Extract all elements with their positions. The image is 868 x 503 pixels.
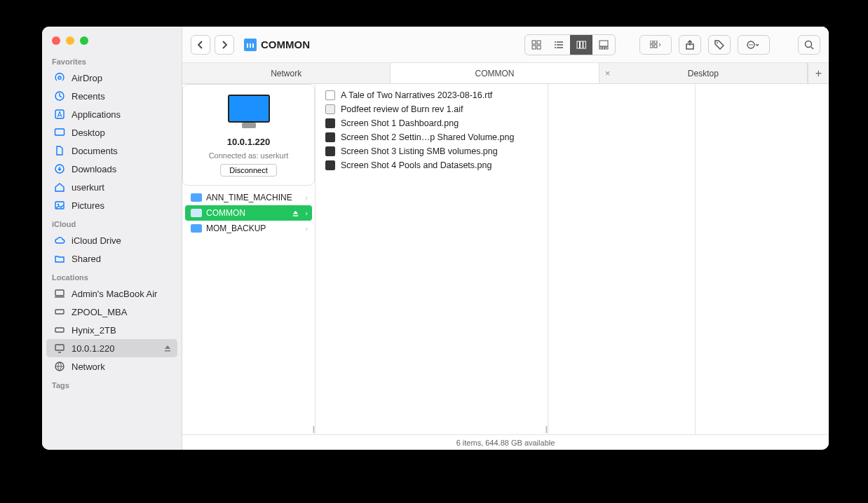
tab-desktop[interactable]: ×Desktop xyxy=(599,63,808,83)
minimize-window-button[interactable] xyxy=(66,36,74,45)
file-row[interactable]: A Tale of Two Narratives 2023-08-16.rtf xyxy=(316,88,548,102)
audio-file-icon xyxy=(325,104,335,114)
svg-rect-17 xyxy=(532,41,536,44)
tags-button[interactable] xyxy=(708,35,731,55)
file-row[interactable]: Screen Shot 2 Settin…p Shared Volume.png xyxy=(316,130,548,144)
file-name: Screen Shot 4 Pools and Datasets.png xyxy=(341,160,491,170)
sidebar-item-zpool[interactable]: ZPOOL_MBA xyxy=(46,303,177,321)
file-row[interactable]: Podfeet review of Burn rev 1.aif xyxy=(316,102,548,116)
eject-icon[interactable] xyxy=(292,209,299,217)
new-tab-button[interactable]: + xyxy=(808,63,829,83)
disconnect-button[interactable]: Disconnect xyxy=(220,164,276,177)
file-name: A Tale of Two Narratives 2023-08-16.rtf xyxy=(341,90,492,100)
chevron-right-icon: › xyxy=(305,193,308,202)
server-connected-as: Connected as: userkurt xyxy=(209,151,289,160)
image-file-icon xyxy=(325,160,335,170)
sidebar-item-label: Documents xyxy=(72,146,118,156)
tab-network[interactable]: Network xyxy=(182,63,391,83)
svg-rect-18 xyxy=(537,41,541,44)
svg-point-0 xyxy=(58,76,61,79)
column-resize-handle[interactable]: || xyxy=(545,425,546,433)
chevron-right-icon: › xyxy=(305,209,308,217)
sidebar-item-label: AirDrop xyxy=(72,73,102,83)
window-title-text: COMMON xyxy=(261,39,310,50)
svg-rect-20 xyxy=(537,46,541,49)
sidebar-item-recents[interactable]: Recents xyxy=(46,87,177,105)
tab-bar: Network COMMON ×Desktop + xyxy=(182,63,829,84)
svg-rect-33 xyxy=(654,41,657,43)
file-name: Screen Shot 1 Dashboard.png xyxy=(341,118,459,128)
svg-rect-28 xyxy=(599,47,602,49)
close-window-button[interactable] xyxy=(52,36,60,45)
column-empty-1 xyxy=(548,84,696,434)
close-tab-button[interactable]: × xyxy=(605,68,611,78)
sidebar-item-this-mac[interactable]: Admin's MacBook Air xyxy=(46,284,177,303)
sidebar-item-hynix[interactable]: Hynix_2TB xyxy=(46,321,177,339)
sidebar-item-label: Network xyxy=(72,361,105,372)
column-server: 10.0.1.220 Connected as: userkurt Discon… xyxy=(182,84,316,434)
share-row[interactable]: MOM_BACKUP› xyxy=(185,221,312,236)
view-icon-button[interactable] xyxy=(525,35,548,55)
svg-rect-9 xyxy=(55,310,64,314)
share-row[interactable]: ANN_TIME_MACHINE› xyxy=(185,190,312,205)
column-files: A Tale of Two Narratives 2023-08-16.rtf … xyxy=(316,84,548,434)
column-browser: 10.0.1.220 Connected as: userkurt Discon… xyxy=(182,84,829,434)
file-name: Podfeet review of Burn rev 1.aif xyxy=(341,104,463,114)
globe-icon xyxy=(53,360,66,373)
view-list-button[interactable] xyxy=(548,35,570,55)
display-icon xyxy=(53,342,66,354)
action-menu-button[interactable] xyxy=(738,35,770,55)
svg-rect-15 xyxy=(250,43,251,48)
tab-label: Desktop xyxy=(688,69,719,78)
svg-rect-24 xyxy=(577,41,580,48)
sidebar-item-documents[interactable]: Documents xyxy=(46,142,177,160)
file-name: Screen Shot 3 Listing SMB volumes.png xyxy=(341,146,498,156)
svg-rect-32 xyxy=(650,45,653,48)
laptop-icon xyxy=(53,287,66,300)
sidebar-item-icloud-drive[interactable]: iCloud Drive xyxy=(46,231,177,249)
share-label: COMMON xyxy=(206,208,245,218)
svg-rect-30 xyxy=(606,47,608,49)
sidebar-item-shared[interactable]: Shared xyxy=(46,249,177,268)
cloud-icon xyxy=(53,234,66,247)
back-button[interactable] xyxy=(191,35,210,55)
column-resize-handle[interactable]: || xyxy=(313,425,313,433)
sidebar-item-home[interactable]: userkurt xyxy=(46,178,177,196)
sidebar-item-network[interactable]: Network xyxy=(46,357,177,375)
sidebar-item-label: userkurt xyxy=(72,182,104,193)
group-by-button[interactable] xyxy=(639,35,672,55)
file-row[interactable]: Screen Shot 1 Dashboard.png xyxy=(316,116,548,130)
sidebar-item-server[interactable]: 10.0.1.220 xyxy=(46,339,177,357)
share-row[interactable]: COMMON› xyxy=(185,205,312,221)
svg-rect-26 xyxy=(583,41,586,48)
view-columns-button[interactable] xyxy=(570,35,592,55)
svg-rect-19 xyxy=(532,46,536,49)
tab-common[interactable]: COMMON xyxy=(391,63,599,83)
sidebar-item-applications[interactable]: AApplications xyxy=(46,105,177,123)
desktop-icon xyxy=(53,126,66,139)
file-row[interactable]: Screen Shot 3 Listing SMB volumes.png xyxy=(316,144,548,158)
sidebar-item-airdrop[interactable]: AirDrop xyxy=(46,69,177,87)
sidebar-item-downloads[interactable]: Downloads xyxy=(46,160,177,178)
svg-point-38 xyxy=(749,44,750,46)
nav-buttons xyxy=(191,35,234,55)
svg-point-21 xyxy=(555,41,556,43)
sidebar-item-desktop[interactable]: Desktop xyxy=(46,123,177,142)
svg-point-23 xyxy=(555,47,556,48)
sidebar-item-label: Pictures xyxy=(72,200,104,211)
server-icon xyxy=(228,95,270,123)
sidebar-section-favorites: Favorites xyxy=(42,52,182,69)
svg-rect-16 xyxy=(252,43,254,48)
eject-icon[interactable] xyxy=(163,344,172,352)
svg-rect-10 xyxy=(55,328,64,332)
view-gallery-button[interactable] xyxy=(592,35,615,55)
share-button[interactable] xyxy=(679,35,701,55)
zoom-window-button[interactable] xyxy=(80,36,88,45)
search-button[interactable] xyxy=(798,35,820,55)
svg-rect-8 xyxy=(55,290,64,296)
file-row[interactable]: Screen Shot 4 Pools and Datasets.png xyxy=(316,158,548,172)
image-file-icon xyxy=(325,132,335,142)
sidebar-item-pictures[interactable]: Pictures xyxy=(46,196,177,214)
svg-rect-11 xyxy=(55,345,64,350)
forward-button[interactable] xyxy=(215,35,234,55)
